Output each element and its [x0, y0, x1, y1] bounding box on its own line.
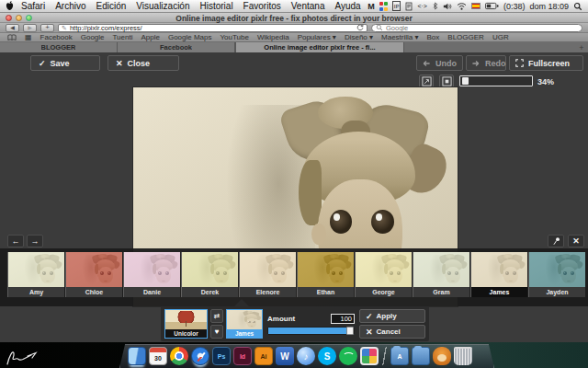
menu-item[interactable]: Historial [199, 0, 232, 12]
bookmark-item[interactable]: UGR [492, 33, 509, 41]
dock-icon[interactable]: ♪ [297, 347, 315, 365]
strip-close-button[interactable]: ✕ [568, 235, 584, 247]
favorite-button[interactable]: ♥ [210, 325, 223, 339]
bookmark-item[interactable]: Facebook [40, 33, 73, 41]
amount-slider-handle[interactable] [346, 327, 354, 335]
dock-icon[interactable] [433, 347, 451, 365]
dock-icon[interactable]: A [390, 347, 409, 365]
url-field[interactable]: ✎ [58, 24, 368, 32]
pin-button[interactable] [548, 235, 564, 247]
bookmark-item[interactable]: Box [427, 33, 440, 41]
apple-icon[interactable] [6, 1, 14, 11]
keyboard-menu-icon[interactable]: <·> [417, 1, 427, 11]
filter-thumb[interactable]: Gram [413, 252, 469, 297]
menu-item[interactable]: Safari [21, 0, 45, 12]
filter-thumb[interactable]: Jayden [528, 252, 585, 297]
spain-flag-icon[interactable] [471, 3, 481, 9]
ip-menu-icon[interactable]: IP [392, 1, 401, 11]
redo-button[interactable]: Redo [466, 55, 506, 71]
new-tab-button[interactable]: + [575, 42, 588, 52]
menu-item[interactable]: Visualización [136, 0, 189, 12]
bookmark-item[interactable]: Maestrilla ▾ [381, 33, 418, 41]
filter-thumb[interactable]: George [355, 252, 412, 297]
bookmark-item[interactable]: Populares ▾ [298, 33, 336, 41]
zoom-slider-handle[interactable] [462, 77, 469, 85]
dock-icon[interactable]: Id [233, 347, 252, 365]
menu-item[interactable]: Edición [96, 0, 126, 12]
bookmark-item[interactable]: Apple [141, 33, 159, 41]
battery-icon[interactable] [485, 1, 499, 11]
save-button[interactable]: ✓ Save [30, 55, 100, 71]
reload-button[interactable] [356, 24, 364, 31]
close-button[interactable]: ✕ Close [107, 55, 179, 71]
bookmark-item[interactable]: Diseño ▾ [345, 33, 373, 41]
palette-icon[interactable] [379, 1, 388, 11]
dock-icon[interactable] [339, 347, 357, 365]
bookmark-item[interactable]: Google [81, 33, 105, 41]
add-bookmark-button[interactable]: + [40, 24, 54, 32]
dock-icon[interactable]: S [318, 347, 336, 365]
reading-list-icon[interactable] [7, 34, 17, 41]
selected-filter-thumb[interactable]: James [226, 309, 263, 339]
menu-item[interactable]: Favoritos [243, 0, 281, 12]
bookmark-item[interactable]: BLOGGER [447, 33, 484, 41]
url-input[interactable] [70, 24, 354, 32]
filter-thumb[interactable]: Elenore [239, 252, 296, 297]
bookmark-item[interactable]: Tuenti [113, 33, 133, 41]
undo-button[interactable]: Undo [416, 55, 463, 71]
apply-button[interactable]: ✓ Apply [359, 309, 425, 323]
browser-tab[interactable]: Online image editor pixlr free - fi... [235, 42, 404, 52]
menu-item[interactable]: Archivo [55, 0, 85, 12]
filter-tint-overlay [529, 252, 585, 287]
dock-icon[interactable] [412, 347, 430, 365]
wifi-icon[interactable] [457, 1, 467, 11]
bookmark-item[interactable]: YouTube [220, 33, 249, 41]
dock-icon[interactable]: 30 [149, 347, 167, 365]
filter-thumb[interactable]: Chloe [65, 252, 122, 297]
filter-thumb[interactable]: Derek [181, 252, 238, 297]
search-field[interactable] [371, 24, 582, 32]
filter-thumb[interactable]: Danie [123, 252, 180, 297]
amount-slider[interactable] [267, 327, 355, 335]
bookmark-item[interactable]: Google Maps [168, 33, 212, 41]
dock-icon[interactable] [191, 347, 209, 365]
dock-icon[interactable] [454, 347, 472, 365]
fit-screen-icon [422, 76, 432, 86]
strip-prev-button[interactable]: ← [7, 235, 24, 247]
menu-item[interactable]: Ventana [291, 0, 325, 12]
window-title-bar[interactable]: Online image editor pixlr free - fix pho… [0, 13, 588, 23]
browser-tab[interactable]: BLOGGER [0, 42, 118, 52]
top-sites-icon[interactable]: ▦ [25, 34, 32, 41]
fit-screen-button[interactable] [419, 75, 434, 88]
menu-bar-clock[interactable]: dom 18:09 [529, 2, 569, 11]
search-input[interactable] [386, 24, 578, 32]
fullscreen-button[interactable]: Fullscreen [509, 55, 583, 71]
filter-thumb[interactable]: Ethan [297, 252, 354, 297]
script-menu-icon[interactable] [405, 1, 413, 11]
zoom-slider[interactable] [459, 75, 533, 86]
volume-icon[interactable] [443, 1, 452, 11]
bluetooth-icon[interactable] [432, 1, 438, 11]
back-button[interactable]: ◀ [6, 24, 19, 32]
filter-thumb[interactable]: James [470, 252, 527, 297]
browser-tab[interactable]: Facebook [118, 42, 235, 52]
filter-thumb[interactable]: Amy [7, 252, 64, 297]
menumeter-icon[interactable]: M [368, 1, 375, 11]
forward-button[interactable]: ▶ [23, 24, 37, 32]
amount-value[interactable]: 100 [331, 314, 355, 324]
dock-icon[interactable] [128, 347, 146, 365]
menu-item[interactable]: Ayuda [334, 0, 360, 12]
dock-icon[interactable] [170, 347, 188, 365]
actual-size-button[interactable] [439, 75, 454, 88]
cancel-button[interactable]: ✕ Cancel [359, 325, 425, 339]
bookmark-item[interactable]: Wikipedia [257, 33, 289, 41]
shuffle-button[interactable]: ⇄ [210, 309, 223, 323]
dock-icon[interactable]: Ps [212, 347, 231, 365]
dock-icon[interactable]: Ai [254, 347, 273, 365]
filter-thumb-image [298, 252, 354, 287]
effect-category-thumb[interactable]: Unicolor [164, 309, 208, 339]
dock-icon[interactable]: W [276, 347, 294, 365]
spotlight-icon[interactable] [573, 1, 582, 11]
dock-icon[interactable] [360, 347, 379, 365]
strip-next-button[interactable]: → [27, 235, 43, 247]
